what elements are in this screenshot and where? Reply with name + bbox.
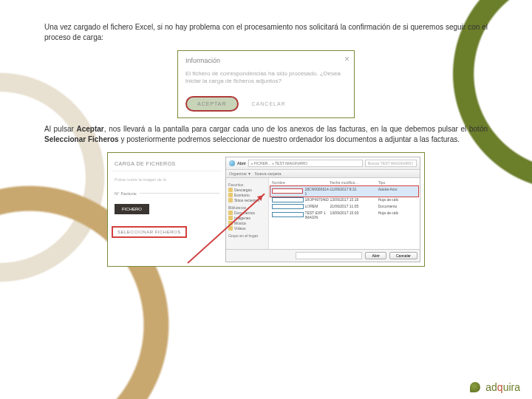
info-dialog: × Información El fichero de corresponden… <box>177 50 355 118</box>
dialog-message: El fichero de correspondencias ha sido p… <box>185 70 347 86</box>
file-row[interactable]: 18CN0000614-111/09/2017 8:31Adobe Acro <box>270 186 418 197</box>
invoice-label: N° Factura: <box>115 191 137 196</box>
file-dialog: Abrir « FICHER... » TEST IMAGINARIO Busc… <box>225 157 420 262</box>
panel-subtitle: Pulsar sobre la imagen de la <box>112 171 222 188</box>
toolbar: Organizar ▾ Nueva carpeta <box>226 170 420 178</box>
paragraph-2: Al pulsar Aceptar, nos llevará a la pant… <box>44 124 488 145</box>
sidebar-item[interactable]: Vídeos <box>228 226 266 231</box>
address-bar[interactable]: « FICHER... » TEST IMAGINARIO <box>248 160 363 167</box>
organize-menu[interactable]: Organizar ▾ <box>229 171 250 176</box>
app-icon <box>229 160 235 166</box>
filename-input[interactable] <box>296 252 362 259</box>
col-date[interactable]: Fecha modifica… <box>330 180 378 185</box>
file-row[interactable]: TEST EXP 1 IMAGIN13/09/2017 15:03Hoja de… <box>270 210 418 220</box>
col-name[interactable]: Nombre <box>272 180 330 185</box>
sidebar-group-favorites: Favoritos <box>228 183 266 187</box>
new-folder-button[interactable]: Nueva carpeta <box>255 171 282 176</box>
accept-button[interactable]: ACEPTAR <box>185 96 239 112</box>
sidebar: Favoritos Descargas Escritorio Sitios re… <box>226 178 269 249</box>
open-button[interactable]: Abrir <box>365 252 386 259</box>
file-row[interactable]: 18OP497046013/09/2017 15:19Hoja de cálc <box>270 197 418 203</box>
file-row[interactable]: LOREM21/06/2017 11:05Documento <box>270 203 418 210</box>
upload-screenshot: CARGA DE FICHEROS Pulsar sobre la imagen… <box>107 152 425 267</box>
select-files-button[interactable]: SELECCIONAR FICHEROS <box>112 226 187 238</box>
cancel-button[interactable]: CANCELAR <box>252 101 286 106</box>
panel-title: CARGA DE FICHEROS <box>112 157 222 171</box>
sidebar-item[interactable]: Documentos <box>228 211 266 216</box>
sidebar-item[interactable]: Descargas <box>228 188 266 193</box>
sidebar-group-homegroup: Grupo en el hogar <box>228 233 266 238</box>
window-title: Abrir <box>237 161 246 166</box>
close-icon[interactable]: × <box>344 54 349 64</box>
file-button[interactable]: FICHERO <box>115 204 149 214</box>
paragraph-1: Una vez cargado el fichero Excel, si no … <box>44 22 488 43</box>
dialog-title: Información <box>185 57 347 64</box>
file-list: NombreFecha modifica…Tipo 18CN0000614-11… <box>269 178 420 249</box>
col-type[interactable]: Tipo <box>378 180 417 185</box>
brand-logo: adquira <box>470 381 520 393</box>
search-input[interactable]: Buscar TEST IMAGINARIO <box>365 160 417 167</box>
dialog-cancel-button[interactable]: Cancelar <box>389 252 417 259</box>
